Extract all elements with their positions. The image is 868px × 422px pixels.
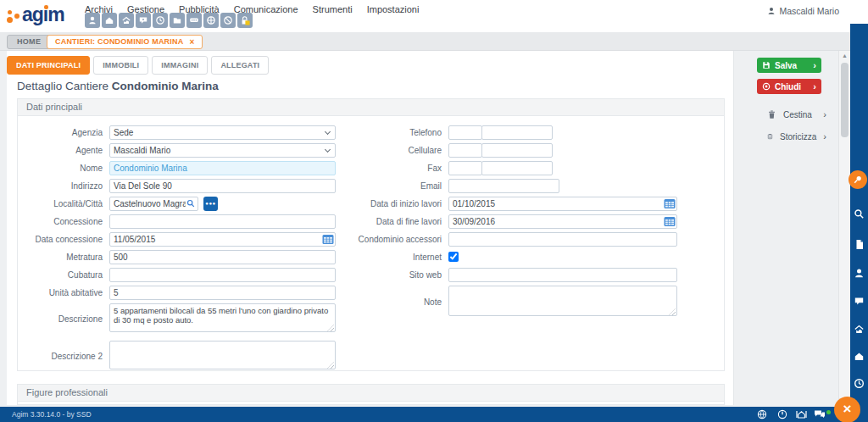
note-textarea[interactable]: [448, 286, 677, 316]
descrizione2-textarea[interactable]: [109, 341, 336, 369]
field-note: Note: [357, 286, 713, 318]
close-button[interactable]: Chiudi ›: [757, 79, 821, 94]
page-tabs: DATI PRINCIPALI IMMOBILI IMMAGINI ALLEGA…: [7, 56, 269, 75]
cantiere-tab[interactable]: CANTIERI: CONDOMINIO MARINA ×: [47, 35, 203, 49]
agente-select[interactable]: Mascaldi Mario: [109, 143, 336, 158]
unita-abitative-input[interactable]: [109, 286, 336, 300]
section-header: Figure professionali: [18, 385, 724, 402]
field-indirizzo: Indirizzo: [18, 179, 350, 193]
power-icon[interactable]: [777, 409, 788, 420]
cantiere-tab-label: CANTIERI: CONDOMINIO MARINA: [55, 36, 183, 48]
descrizione-textarea[interactable]: 5 appartamenti bilocali da 55 metri l'un…: [109, 303, 336, 332]
person-icon[interactable]: [853, 267, 865, 280]
calendar-icon[interactable]: [664, 216, 676, 227]
cubatura-input[interactable]: [109, 268, 336, 282]
top-bar: agım Archivi Gestione Pubblicità Comunic…: [0, 0, 868, 32]
archive-icon: [767, 131, 773, 142]
person-icon[interactable]: [85, 13, 100, 28]
cellulare-prefix-input[interactable]: [448, 143, 482, 158]
calendar-icon[interactable]: [322, 234, 334, 245]
cellulare-input[interactable]: [481, 143, 553, 158]
historicize-link[interactable]: Storicizza ›: [767, 131, 826, 142]
sms-icon[interactable]: [186, 13, 202, 28]
close-circle-icon: [762, 82, 771, 91]
tab-dati-principali[interactable]: DATI PRINCIPALI: [7, 56, 90, 75]
tab-close-icon[interactable]: ×: [189, 38, 194, 47]
chevron-right-icon: ›: [823, 110, 826, 119]
save-button[interactable]: Salva ›: [757, 58, 821, 73]
pin-icon[interactable]: [849, 170, 867, 189]
data-fine-input[interactable]: [448, 214, 677, 229]
globe-icon[interactable]: [757, 409, 768, 420]
concessione-input[interactable]: [109, 214, 336, 229]
lock-note-icon[interactable]: [237, 13, 253, 28]
telefono-prefix-input[interactable]: [448, 125, 482, 140]
home-icon[interactable]: [796, 409, 807, 420]
field-condominio-accessori: Condominio accessori: [357, 232, 713, 247]
save-icon: [762, 61, 771, 69]
search-icon[interactable]: [853, 208, 865, 220]
data-inizio-input[interactable]: [448, 197, 677, 211]
chat-icon[interactable]: [853, 295, 865, 308]
home-icon[interactable]: [102, 13, 117, 28]
trash-icon: [767, 109, 776, 119]
localita-input[interactable]: [109, 197, 198, 211]
document-icon[interactable]: [853, 238, 865, 251]
tab-immagini[interactable]: IMMAGINI: [152, 56, 208, 75]
logo-dots-icon: [7, 8, 20, 25]
condominio-accessori-input[interactable]: [448, 232, 677, 247]
home-stats-icon[interactable]: [119, 13, 134, 28]
house-icon[interactable]: [853, 350, 865, 363]
tab-immobili[interactable]: IMMOBILI: [93, 56, 148, 75]
field-descrizione: Descrizione 5 appartamenti bilocali da 5…: [18, 303, 350, 334]
metratura-input[interactable]: [109, 250, 336, 264]
tab-allegati[interactable]: ALLEGATI: [211, 56, 269, 75]
home-tab[interactable]: HOME: [7, 35, 51, 49]
field-nome: Nome: [18, 161, 350, 175]
app-logo: agım: [22, 3, 64, 25]
trash-link[interactable]: Cestina ›: [767, 109, 826, 119]
search-icon[interactable]: [186, 199, 195, 209]
house-stats-icon[interactable]: [853, 323, 865, 336]
data-concessione-input[interactable]: [109, 232, 336, 247]
menu-impostazioni[interactable]: Impostazioni: [367, 4, 420, 14]
telefono-input[interactable]: [481, 125, 553, 140]
fax-input[interactable]: [481, 161, 553, 175]
agenzia-select[interactable]: Sede: [109, 125, 336, 140]
status-bar: Agim 3.30.14.0 - by SSD: [0, 407, 868, 422]
wheel-icon[interactable]: [203, 13, 219, 28]
form-right-column: Telefono Cellulare Fax Email: [357, 125, 713, 325]
calendar-icon[interactable]: [664, 198, 676, 209]
folder-icon[interactable]: [170, 13, 185, 28]
block-icon[interactable]: [220, 13, 236, 28]
menu-strumenti[interactable]: Strumenti: [313, 4, 353, 14]
scrollbar-thumb[interactable]: [841, 63, 849, 137]
close-panel-button[interactable]: ×: [834, 397, 860, 422]
form-left-column: Agenzia Sede Agente Mascaldi Mario Nome …: [18, 125, 350, 378]
scroll-up-arrow[interactable]: ▲: [839, 51, 850, 61]
field-cubatura: Cubatura: [18, 268, 350, 282]
detail-panel: DATI PRINCIPALI IMMOBILI IMMAGINI ALLEGA…: [7, 51, 734, 405]
clock-icon[interactable]: [853, 377, 865, 390]
field-email: Email: [357, 179, 713, 193]
chevron-right-icon: ›: [813, 82, 816, 91]
clock-icon[interactable]: [153, 13, 168, 28]
chat-question-icon[interactable]: [136, 13, 151, 28]
sito-web-input[interactable]: [448, 268, 677, 282]
fax-prefix-input[interactable]: [448, 161, 482, 175]
user-menu[interactable]: Mascaldi Mario: [767, 6, 839, 16]
nome-input[interactable]: [109, 161, 336, 175]
field-data-fine: Data di fine lavori: [357, 214, 713, 229]
document-tab-bar: HOME CANTIERI: CONDOMINIO MARINA ×: [0, 32, 850, 51]
email-input[interactable]: [448, 179, 559, 193]
user-name: Mascaldi Mario: [779, 6, 839, 16]
localita-more-button[interactable]: ●●●: [203, 197, 218, 211]
indirizzo-input[interactable]: [109, 179, 336, 193]
user-icon: [767, 7, 776, 15]
chevron-right-icon: ›: [823, 132, 826, 141]
vertical-scrollbar[interactable]: ▲ ▼: [838, 51, 849, 405]
field-data-inizio: Data di inizio lavori: [357, 197, 713, 211]
chat-icon[interactable]: [814, 409, 825, 420]
internet-checkbox[interactable]: [448, 252, 459, 262]
field-internet: Internet: [357, 250, 713, 264]
